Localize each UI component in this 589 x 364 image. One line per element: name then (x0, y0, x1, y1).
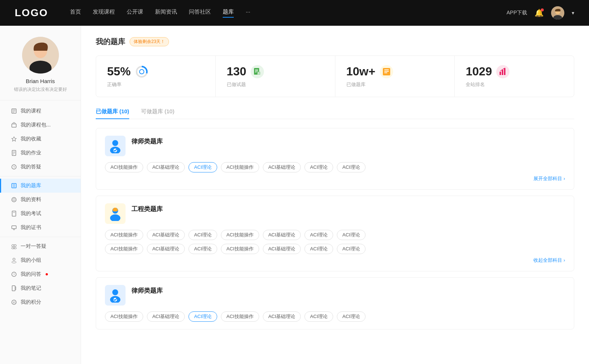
notification-bell[interactable]: 🔔 (535, 8, 544, 17)
tag-e2-3[interactable]: ACI技能操作 (221, 244, 259, 254)
sidebar-item-course[interactable]: 我的课程 (0, 104, 81, 118)
tag-l2-0[interactable]: ACI技能操作 (105, 311, 143, 322)
sidebar-item-qbank[interactable]: 我的题库 (0, 179, 81, 193)
nav-qbank[interactable]: 题库 (223, 8, 234, 18)
points-icon: 积 (11, 299, 17, 305)
stat-ranking-label: 全站排名 (466, 81, 563, 88)
app-download-btn[interactable]: APP下载 (507, 10, 527, 16)
stat-accuracy: 55% 正确率 (96, 56, 216, 97)
tag-l2-2[interactable]: ACI理论 (188, 311, 217, 322)
qa-notification-dot (46, 273, 48, 275)
qa-icon: ? (11, 271, 17, 277)
qbank-card-lawyer-1-header: 律师类题库 (105, 136, 565, 156)
cert-icon (11, 225, 17, 231)
tag-l1-2[interactable]: ACI理论 (188, 162, 217, 172)
tab-done-banks[interactable]: 已做题库 (10) (96, 108, 129, 119)
tag-e2-0[interactable]: ACI技能操作 (105, 244, 143, 254)
svg-rect-24 (12, 211, 16, 216)
tag-e2-2[interactable]: ACI理论 (188, 244, 217, 254)
page-title: 我的题库 (96, 37, 125, 47)
sidebar-label-oneone: 一对一答疑 (21, 243, 46, 250)
tab-available-banks[interactable]: 可做题库 (10) (141, 108, 174, 119)
tag-l2-3[interactable]: ACI技能操作 (221, 311, 259, 322)
sidebar-item-material[interactable]: 我的资料 (0, 193, 81, 207)
qbank-card-engineer-header: 工程类题库 (105, 203, 565, 224)
user-avatar[interactable] (551, 6, 564, 19)
qbank-card-lawyer-1: 律师类题库 ACI技能操作 ACI基础理论 ACI理论 ACI技能操作 ACI基… (96, 128, 574, 190)
tag-l2-6[interactable]: ACI理论 (337, 311, 366, 322)
tag-e2-6[interactable]: ACI理论 (337, 244, 366, 254)
tag-e1-0[interactable]: ACI技能操作 (105, 230, 143, 240)
qbank-title-lawyer-1: 律师类题库 (131, 136, 163, 146)
sidebar-item-homework[interactable]: 我的作业 (0, 146, 81, 160)
tag-e1-3[interactable]: ACI技能操作 (221, 230, 259, 240)
sidebar-label-group: 我的小组 (21, 257, 41, 264)
svg-point-22 (12, 197, 16, 202)
tag-e1-2[interactable]: ACI理论 (188, 230, 217, 240)
sidebar-label-points: 我的积分 (21, 299, 41, 306)
tag-l1-6[interactable]: ACI理论 (337, 162, 366, 172)
sidebar-item-exam[interactable]: 我的考试 (0, 207, 81, 221)
tag-e1-6[interactable]: ACI理论 (337, 230, 366, 240)
sidebar-label-cert: 我的证书 (21, 224, 41, 231)
tag-e2-4[interactable]: ACI基础理论 (263, 244, 301, 254)
svg-rect-63 (114, 208, 117, 210)
nav-opencourse[interactable]: 公开课 (127, 8, 143, 18)
homework-icon (11, 150, 17, 156)
lawyer-icon-2 (105, 285, 126, 306)
nav-home[interactable]: 首页 (70, 8, 81, 18)
svg-point-41 (140, 69, 144, 74)
nav-more[interactable]: ··· (246, 8, 250, 18)
bell-dot (541, 8, 544, 11)
tag-l1-5[interactable]: ACI理论 (304, 162, 333, 172)
expand-link-lawyer-1[interactable]: 展开全部科目 › (105, 175, 565, 182)
sidebar-item-points[interactable]: 积 我的积分 (0, 295, 81, 309)
svg-rect-53 (500, 72, 501, 75)
logo[interactable]: LOGO (15, 7, 48, 19)
stats-row: 55% 正确率 130 (96, 56, 574, 97)
tag-l2-5[interactable]: ACI理论 (304, 311, 333, 322)
qbank-tags-row2-engineer: ACI技能操作 ACI基础理论 ACI理论 ACI技能操作 ACI基础理论 AC… (105, 244, 565, 254)
tag-l2-1[interactable]: ACI基础理论 (147, 311, 185, 322)
tag-l1-3[interactable]: ACI技能操作 (221, 162, 259, 172)
sidebar-divider-2 (0, 237, 81, 237)
tag-l2-4[interactable]: ACI基础理论 (263, 311, 301, 322)
nav-discover[interactable]: 发现课程 (93, 8, 115, 18)
course-icon (11, 108, 17, 114)
tag-e1-5[interactable]: ACI理论 (304, 230, 333, 240)
sidebar-item-package[interactable]: 我的课程包... (0, 118, 81, 132)
sidebar-item-group[interactable]: 我的小组 (0, 253, 81, 267)
sidebar-item-oneone[interactable]: 一对一答疑 (0, 239, 81, 253)
sidebar-item-myqa[interactable]: ? 我的问答 (0, 267, 81, 281)
tag-e2-5[interactable]: ACI理论 (304, 244, 333, 254)
sidebar-item-cert[interactable]: 我的证书 (0, 221, 81, 235)
svg-point-33 (12, 261, 16, 263)
tag-l1-1[interactable]: ACI基础理论 (147, 162, 185, 172)
stat-accuracy-value: 55% (107, 65, 131, 78)
doc-icon (251, 65, 264, 78)
tag-l1-4[interactable]: ACI基础理论 (263, 162, 301, 172)
sidebar-divider-1 (0, 176, 81, 176)
collapse-link-engineer[interactable]: 收起全部科目 › (105, 257, 565, 264)
star-icon (11, 136, 17, 142)
svg-rect-46 (257, 72, 260, 75)
sidebar-label-package: 我的课程包... (21, 122, 51, 128)
sidebar-item-answerqa[interactable]: ? 我的答疑 (0, 160, 81, 174)
sidebar-label-myqa: 我的问答 (21, 271, 41, 278)
nav-news[interactable]: 新闻资讯 (155, 8, 177, 18)
nav-qa[interactable]: 问答社区 (189, 8, 211, 18)
tag-e1-1[interactable]: ACI基础理论 (147, 230, 185, 240)
sidebar-profile: Brian Harris 错误的决定比没有决定要好 (0, 37, 81, 100)
sidebar-item-favorite[interactable]: 我的收藏 (0, 132, 81, 146)
tag-e2-1[interactable]: ACI基础理论 (147, 244, 185, 254)
stat-accuracy-row: 55% (107, 65, 204, 78)
stat-done-banks-row: 10w+ (346, 65, 444, 78)
sidebar-label-material: 我的资料 (21, 196, 41, 203)
svg-point-31 (14, 247, 17, 249)
stat-done-banks-label: 已做题库 (346, 81, 444, 88)
sidebar-label-exam: 我的考试 (21, 210, 41, 217)
sidebar-item-note[interactable]: 我的笔记 (0, 281, 81, 295)
user-dropdown-arrow[interactable]: ▾ (572, 10, 574, 16)
tag-e1-4[interactable]: ACI基础理论 (263, 230, 301, 240)
tag-l1-0[interactable]: ACI技能操作 (105, 162, 143, 172)
